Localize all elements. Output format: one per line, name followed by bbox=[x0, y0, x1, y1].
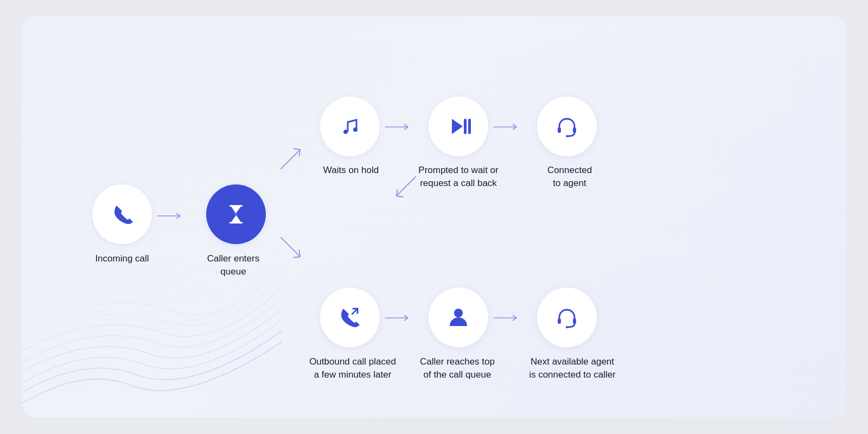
caller-enters-queue-label: Caller enters queue bbox=[179, 252, 288, 278]
svg-rect-12 bbox=[558, 127, 561, 133]
headset-icon bbox=[554, 113, 580, 139]
play-pause-icon bbox=[445, 113, 471, 139]
svg-line-4 bbox=[280, 237, 300, 257]
outbound-call-circle bbox=[320, 288, 380, 347]
svg-rect-18 bbox=[558, 318, 561, 324]
person-icon bbox=[445, 304, 471, 330]
headset-2-icon bbox=[554, 304, 580, 330]
svg-marker-7 bbox=[452, 119, 463, 134]
svg-line-10 bbox=[397, 176, 416, 196]
flow-diagram: Incoming call Caller enters queue bbox=[60, 38, 808, 396]
svg-line-3 bbox=[280, 150, 300, 169]
connected-agent-top-circle bbox=[537, 97, 597, 156]
svg-point-5 bbox=[353, 127, 358, 132]
prompted-circle bbox=[429, 97, 488, 156]
arrow-2 bbox=[384, 120, 413, 133]
svg-point-16 bbox=[454, 309, 463, 317]
arrow-4 bbox=[384, 311, 413, 324]
incoming-call-label: Incoming call bbox=[68, 252, 176, 265]
main-card: Incoming call Caller enters queue bbox=[22, 16, 846, 418]
arrow-5 bbox=[493, 311, 522, 324]
arrow-1 bbox=[156, 209, 186, 222]
waits-on-hold-circle bbox=[320, 97, 380, 156]
caller-reaches-top-label: Caller reaches topof the call queue bbox=[395, 355, 520, 381]
hourglass-icon bbox=[223, 201, 249, 227]
svg-rect-8 bbox=[464, 119, 467, 134]
svg-rect-9 bbox=[468, 119, 471, 134]
svg-rect-2 bbox=[229, 222, 242, 224]
incoming-call-circle bbox=[92, 184, 152, 244]
phone-icon bbox=[109, 201, 135, 227]
music-icon bbox=[337, 113, 363, 139]
next-available-agent-label: Next available agentis connected to call… bbox=[505, 355, 640, 381]
caller-reaches-top-circle bbox=[429, 288, 488, 347]
svg-point-14 bbox=[566, 135, 568, 137]
next-available-agent-circle bbox=[537, 288, 597, 347]
arrow-3 bbox=[493, 120, 522, 133]
svg-rect-1 bbox=[229, 205, 242, 207]
arrow-diag-back bbox=[391, 173, 420, 202]
arrow-diag-down bbox=[277, 233, 306, 263]
waits-on-hold-label: Waits on hold bbox=[299, 164, 403, 177]
connected-agent-top-label: Connectedto agent bbox=[515, 164, 624, 190]
phone-callback-icon bbox=[337, 304, 363, 330]
caller-enters-queue-circle bbox=[206, 184, 266, 244]
svg-point-20 bbox=[566, 326, 568, 328]
